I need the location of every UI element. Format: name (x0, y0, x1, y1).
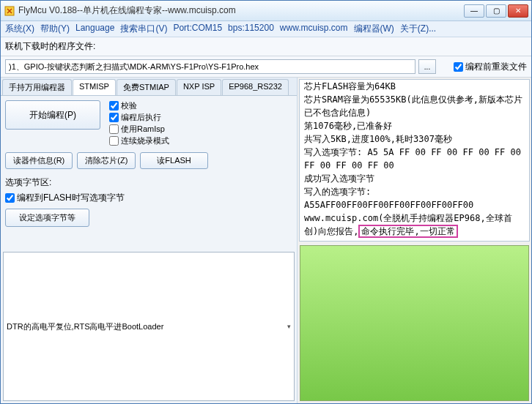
tab-handheld[interactable]: 手持万用编程器 (2, 79, 72, 95)
contburn-checkbox-label[interactable]: 连续烧录模式 (109, 135, 169, 146)
reinstall-checkbox[interactable] (454, 62, 463, 72)
verify-checkbox-label[interactable]: 校验 (109, 100, 169, 111)
tab-stmisp[interactable]: STMISP (73, 79, 116, 95)
tab-nxpisp[interactable]: NXP ISP (177, 79, 221, 95)
read-info-button[interactable]: 读器件信息(R) (5, 152, 73, 169)
app-icon (4, 5, 15, 17)
menu-bps[interactable]: bps:115200 (228, 23, 274, 35)
tab-stmiap[interactable]: 免费STMIAP (117, 79, 176, 95)
menu-port[interactable]: Port:COM15 (173, 23, 222, 35)
contburn-checkbox[interactable] (109, 136, 119, 146)
menu-system[interactable]: 系统(X) (5, 23, 34, 35)
maximize-button[interactable]: ▢ (486, 4, 506, 18)
menu-programmer[interactable]: 编程器(W) (354, 23, 394, 35)
menu-language[interactable]: Language (75, 23, 114, 35)
log-output[interactable]: RTS置高(+3~+12V),选择进入BootLoader...延时100毫秒D… (299, 79, 530, 242)
window-title: FlyMcu V0.188--单片机在线编程专家--www.mcuisp.com (18, 4, 464, 17)
app-window: FlyMcu V0.188--单片机在线编程专家--www.mcuisp.com… (0, 0, 532, 404)
file-path-row: ... 编程前重装文件 (1, 56, 531, 78)
action-row: 读器件信息(R) 清除芯片(Z) 读FLASH (5, 152, 292, 169)
option-section-label: 选项字节区: (5, 176, 292, 189)
right-panel: RTS置高(+3~+12V),选择进入BootLoader...延时100毫秒D… (298, 78, 531, 403)
tab-strip: 手持万用编程器 STMISP 免费STMIAP NXP ISP EP968_RS… (1, 78, 297, 96)
progress-bar (300, 245, 529, 402)
start-program-button[interactable]: 开始编程(P) (5, 100, 100, 130)
ramisp-checkbox[interactable] (109, 124, 119, 134)
verify-checkbox[interactable] (109, 101, 119, 111)
reset-mode-combo[interactable]: DTR的高电平复位,RTS高电平进BootLoader (3, 252, 295, 401)
tab-ep968[interactable]: EP968_RS232 (222, 79, 289, 95)
reinstall-checkbox-label[interactable]: 编程前重装文件 (454, 61, 527, 73)
tab-body: 开始编程(P) 校验 编程后执行 使用RamIsp 连续烧录模式 读器件信息(R… (1, 96, 297, 250)
writeopt-checkbox-label[interactable]: 编程到FLASH时写选项字节 (5, 192, 292, 204)
menubar: 系统(X) 帮助(Y) Language 搜索串口(V) Port:COM15 … (1, 21, 531, 37)
menu-site[interactable]: www.mcuisp.com (280, 23, 348, 35)
ramisp-checkbox-label[interactable]: 使用RamIsp (109, 124, 169, 135)
runafter-checkbox-label[interactable]: 编程后执行 (109, 112, 169, 123)
window-controls: — ▢ ✕ (464, 4, 528, 18)
menu-help[interactable]: 帮助(Y) (40, 23, 70, 35)
file-path-input[interactable] (5, 59, 415, 74)
set-option-button[interactable]: 设定选项字节等 (5, 209, 89, 227)
file-label: 联机下载时的程序文件: (5, 40, 95, 53)
titlebar: FlyMcu V0.188--单片机在线编程专家--www.mcuisp.com… (1, 1, 531, 21)
minimize-button[interactable]: — (464, 4, 484, 18)
runafter-checkbox[interactable] (109, 113, 119, 122)
left-panel: 手持万用编程器 STMISP 免费STMIAP NXP ISP EP968_RS… (1, 78, 298, 403)
browse-button[interactable]: ... (418, 59, 436, 74)
menu-about[interactable]: 关于(Z)... (400, 23, 436, 35)
erase-button[interactable]: 清除芯片(Z) (77, 152, 136, 169)
program-options: 校验 编程后执行 使用RamIsp 连续烧录模式 (109, 100, 169, 146)
menu-search-port[interactable]: 搜索串口(V) (120, 23, 167, 35)
read-flash-button[interactable]: 读FLASH (140, 152, 207, 169)
main-area: 手持万用编程器 STMISP 免费STMIAP NXP ISP EP968_RS… (1, 78, 531, 403)
writeopt-checkbox[interactable] (5, 193, 15, 203)
close-button[interactable]: ✕ (508, 4, 528, 18)
program-row: 开始编程(P) 校验 编程后执行 使用RamIsp 连续烧录模式 (5, 100, 292, 146)
file-toolbar: 联机下载时的程序文件: (1, 37, 531, 56)
